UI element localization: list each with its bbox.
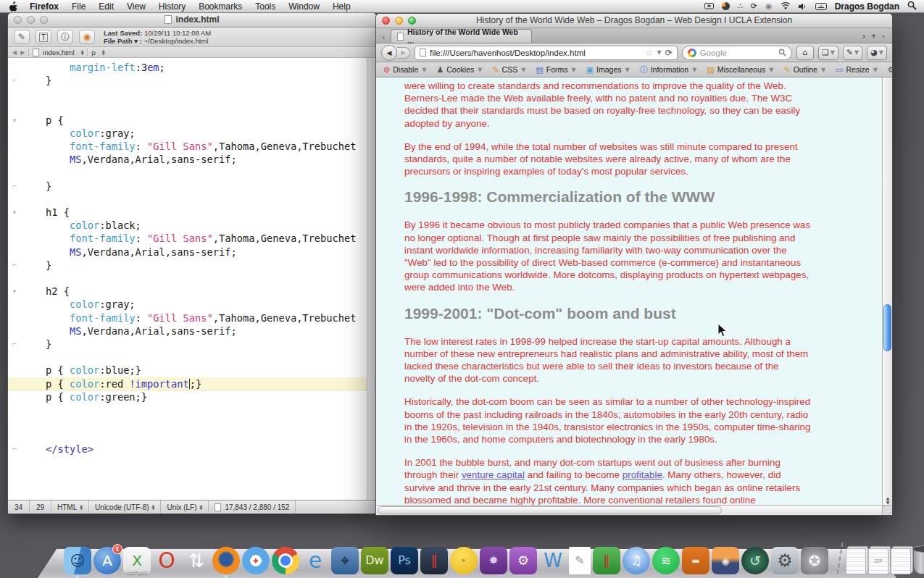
volume-icon[interactable] [799, 3, 807, 10]
dock-jam-jar-app-icon[interactable]: ▬ [682, 547, 709, 574]
preview-in-browser-icon[interactable]: ◉ [79, 30, 95, 44]
forward-button[interactable]: ▶ [397, 47, 410, 59]
dock-opera-icon[interactable]: O [153, 547, 180, 574]
url-text[interactable]: file:///Users/havenhost/Desktop/index.ht… [430, 49, 642, 57]
dock-iphoto-icon[interactable]: ◉ [712, 547, 739, 574]
devbar-resize[interactable]: ▭Resize▼ [831, 62, 883, 77]
dock-documents-stack-icon[interactable] [891, 548, 911, 574]
dock-imovie-icon[interactable]: ✪ [801, 547, 828, 574]
spotlight-icon[interactable] [907, 1, 917, 12]
dock-spotify-icon[interactable]: ≋ [652, 547, 680, 574]
devbar-images[interactable]: ▣Images▼ [581, 62, 635, 77]
user-menu[interactable]: Dragos Bogdan [835, 1, 899, 12]
devbar-tools[interactable]: ⚙Tools▼ [883, 62, 892, 77]
dock-zip-stack-icon[interactable]: ZIP [868, 548, 888, 574]
fold-marker-icon[interactable]: ▾ [8, 285, 21, 298]
vertical-scrollbar-thumb[interactable] [883, 304, 891, 351]
nav-forward-icon[interactable]: ▶ [20, 49, 25, 56]
dock-cyberduck-icon[interactable]: ‣ [450, 547, 478, 574]
editor-titlebar[interactable]: index.html [8, 13, 376, 28]
url-dropdown-icon[interactable]: ▼ [657, 49, 662, 56]
devbar-miscellaneous[interactable]: ▨Miscellaneous▼ [702, 62, 778, 77]
minimize-button[interactable] [27, 16, 35, 24]
tab-history-of-www[interactable]: History of the World Wide Web ... [391, 29, 532, 43]
fold-marker-icon[interactable]: ▾ [8, 114, 21, 127]
close-button[interactable] [382, 17, 390, 25]
fold-marker-icon[interactable]: ▾ [8, 206, 21, 219]
fold-marker-icon[interactable]: ⌐ [8, 180, 21, 193]
pencil-icon[interactable]: ✎ [14, 30, 30, 44]
apple-menu-icon[interactable] [7, 1, 23, 12]
addon-button[interactable]: ◕▼ [867, 46, 887, 60]
zoom-button[interactable] [408, 17, 416, 25]
dock-people-sync-app-icon[interactable]: ⇅ [183, 547, 210, 574]
scrollbar-arrows[interactable]: ▲▼ [883, 496, 893, 505]
new-tab-button[interactable]: + [871, 31, 876, 41]
tab-scroll-right-icon[interactable]: › [862, 31, 865, 41]
back-button[interactable]: ◀ [381, 45, 397, 61]
bookmarks-button[interactable]: ❏▼ [818, 46, 838, 60]
devbar-disable[interactable]: ⊘Disable▼ [378, 62, 431, 77]
sync-icon[interactable]: ⟳ [751, 1, 757, 11]
text-options-icon[interactable]: T [36, 30, 51, 44]
dock-time-machine-icon[interactable]: ↺ [741, 547, 769, 574]
menu-help[interactable]: Help [326, 0, 357, 13]
vertical-scrollbar[interactable]: ▲▼ [882, 78, 892, 505]
dock-keepassx-icon[interactable]: XKeePassX [123, 547, 151, 574]
dock-word-processor-icon[interactable]: W [539, 547, 567, 574]
close-button[interactable] [14, 16, 22, 24]
fold-marker-icon[interactable]: ⌐ [8, 443, 21, 456]
dots-icon[interactable]: ∴ [738, 1, 743, 11]
file-path-label[interactable]: File Path ▾ : [104, 37, 142, 45]
bookmark-star-icon[interactable]: ☆ [646, 48, 654, 58]
browser-titlebar[interactable]: History of the World Wide Web – Dragos B… [376, 14, 892, 28]
menu-history[interactable]: History [152, 0, 192, 13]
wifi-icon[interactable] [781, 2, 791, 10]
language-popup[interactable]: HTML▲▼ [51, 500, 89, 514]
editor-window-controls[interactable] [14, 16, 48, 24]
dock-safari-icon[interactable]: ✦ [242, 547, 270, 574]
dock-parallels-icon[interactable]: ‖ [420, 547, 448, 574]
home-button[interactable]: ⌂ [796, 46, 814, 60]
devbar-outline[interactable]: ✎Outline▼ [778, 62, 831, 77]
dock-image-editor-icon[interactable]: ✸ [480, 547, 507, 574]
display-icon[interactable] [704, 3, 714, 10]
list-tabs-icon[interactable]: ▾ [882, 33, 885, 40]
reload-icon[interactable]: ⟳ [665, 48, 673, 58]
dock-finder-icon[interactable]: ☺ [64, 547, 91, 574]
dock-itunes-icon[interactable]: ♫ [623, 547, 650, 574]
link-venture-capital[interactable]: venture capital [462, 469, 525, 480]
search-magnifier-icon[interactable] [778, 49, 786, 56]
code-editor[interactable]: margin-left:3em;⌐}▾p { color:gray; font-… [8, 58, 376, 500]
google-logo-icon[interactable] [688, 49, 696, 57]
resize-grip[interactable] [882, 505, 892, 515]
url-bar[interactable]: file:///Users/havenhost/Desktop/index.ht… [415, 46, 678, 60]
dock-binoculars-app-icon[interactable]: ⌖ [331, 547, 359, 574]
dock-textedit-icon[interactable]: ✎ [569, 547, 591, 574]
fold-marker-icon[interactable]: ⌐ [8, 74, 21, 87]
dock-dreamweaver-icon[interactable]: Dw [361, 547, 388, 574]
menu-window[interactable]: Window [282, 0, 326, 13]
dock-chrome-icon[interactable] [272, 547, 299, 574]
fold-marker-icon[interactable]: ⌐ [8, 338, 21, 351]
dock-green-media-app-icon[interactable]: ‖ [593, 547, 620, 574]
link-profitable[interactable]: profitable [623, 469, 662, 480]
devbar-forms[interactable]: ▤Forms▼ [530, 62, 580, 77]
minimize-button[interactable] [395, 17, 403, 25]
menu-edit[interactable]: Edit [92, 0, 120, 13]
line-endings-popup[interactable]: Unix (LF)▲▼ [161, 500, 209, 514]
dock-trash-icon[interactable] [913, 547, 924, 574]
input-source-icon[interactable] [815, 3, 827, 10]
search-engine-name[interactable]: Google [700, 49, 775, 57]
dock-notes-stack-icon[interactable] [846, 548, 866, 574]
info-icon[interactable]: ⓘ [57, 30, 73, 44]
dock-firefox-icon[interactable] [212, 547, 240, 574]
devbar-css[interactable]: ✎CSS▼ [487, 62, 530, 77]
browser-window-controls[interactable] [382, 17, 416, 25]
encoding-popup[interactable]: Unicode (UTF-8)▲▼ [89, 500, 161, 514]
menu-tools[interactable]: Tools [249, 0, 282, 13]
edit-tools-button[interactable]: ✎▼ [843, 46, 862, 60]
menu-file[interactable]: File [65, 0, 92, 13]
devbar-cookies[interactable]: ♟Cookies▼ [431, 62, 487, 77]
symbol-popup[interactable]: p [91, 49, 95, 56]
